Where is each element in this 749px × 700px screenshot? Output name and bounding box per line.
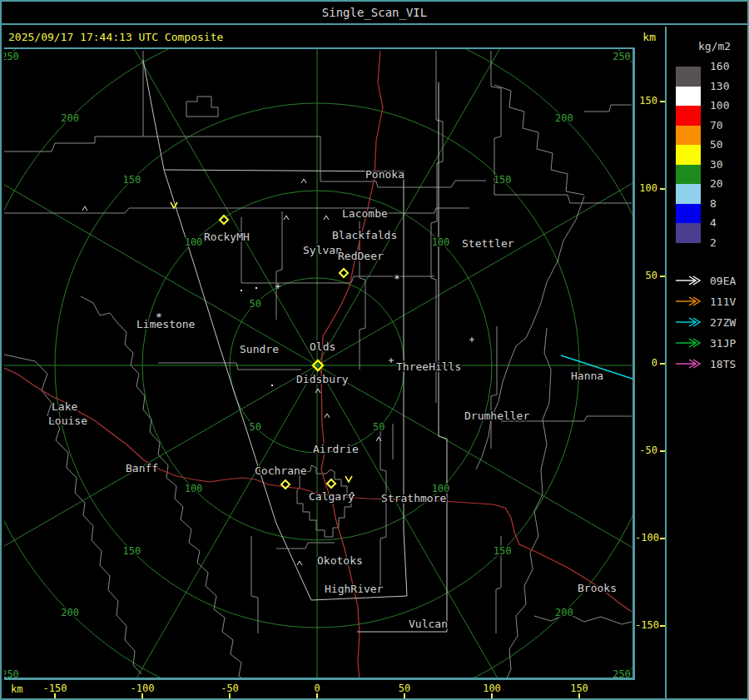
city-label: HighRiver	[325, 583, 384, 595]
bottom-axis-tick-label: 0	[297, 683, 337, 694]
right-axis-tick-label: 50	[635, 270, 657, 281]
city-label: Lake	[52, 400, 77, 413]
radar-app-window: Single_Scan_VIL 2025/09/17 17:44:13 UTC …	[0, 0, 749, 700]
city-label: Airdrie	[313, 443, 359, 455]
city-label: Calgary	[309, 490, 355, 503]
range-ring-label: 250	[4, 51, 19, 62]
range-ring-label: 150	[494, 545, 512, 557]
plus-marker	[389, 358, 394, 363]
right-axis-tick-label: 150	[635, 95, 657, 107]
range-ring-label: 250	[613, 51, 631, 62]
track-arrow-icon	[675, 317, 703, 327]
bottom-axis-tick-label: 50	[384, 683, 424, 694]
legend-color-swatch	[676, 223, 701, 243]
track-arrow-icon	[675, 276, 703, 285]
range-ring-label: 200	[61, 112, 79, 124]
range-ring-label: 50	[373, 421, 384, 433]
county-boundary-line	[360, 221, 365, 370]
site-diamond-marker	[340, 269, 348, 277]
radar-map-canvas[interactable]: 5010015020025010015020025050100150200250…	[4, 47, 635, 680]
city-label: Vulcan	[409, 618, 448, 630]
city-label: ThreeHills	[396, 360, 461, 373]
county-boundary-line	[251, 536, 258, 633]
right-axis-unit-label: km	[642, 31, 656, 43]
dot-marker	[241, 290, 242, 291]
right-axis-tick-label: 100	[635, 182, 657, 194]
town-caret-marker	[82, 206, 87, 211]
county-boundary-line	[186, 97, 218, 117]
bottom-axis-tick	[491, 693, 493, 699]
range-ring-label: 200	[61, 607, 79, 618]
bottom-axis-tick-label: -50	[210, 683, 250, 694]
scan-sector-boundary	[357, 82, 447, 632]
star-marker: *	[156, 310, 162, 323]
city-label: Lacombe	[342, 207, 388, 220]
range-ring-label: 250	[613, 668, 631, 678]
city-label: Cochrane	[255, 464, 307, 477]
right-axis-tick-label: 0	[635, 357, 657, 369]
bottom-distance-axis: km -150-100-50050100150	[4, 680, 635, 699]
legend-color-swatch	[676, 67, 701, 87]
header-bar: 2025/09/17 17:44:13 UTC Composite km	[2, 27, 664, 47]
track-id-label: 27ZW	[710, 316, 736, 329]
bottom-axis-tick	[229, 693, 231, 699]
county-boundary-line	[584, 105, 632, 112]
city-label: Hanna	[571, 370, 603, 382]
legend-scale-value: 70	[710, 120, 723, 132]
county-boundary-line	[506, 328, 551, 678]
city-label: RedDeer	[338, 250, 384, 262]
bottom-axis-tick-label: -100	[122, 683, 162, 694]
window-title: Single_Scan_VIL	[322, 6, 427, 19]
bottom-axis-tick	[141, 693, 143, 699]
site-diamond-marker	[327, 479, 335, 488]
legend-scale-value: 50	[710, 139, 723, 151]
star-marker: *	[394, 272, 400, 285]
aircraft-check-marker	[345, 476, 352, 482]
city-label: Brooks	[578, 582, 617, 594]
town-caret-marker	[301, 179, 306, 183]
city-label: Okotoks	[317, 554, 363, 567]
track-id-label: 31JP	[710, 337, 736, 350]
town-caret-marker	[315, 389, 320, 393]
city-label: Ponoka	[365, 168, 404, 181]
title-bar: Single_Scan_VIL	[2, 2, 747, 25]
right-axis-tick-label: -100	[635, 532, 657, 544]
county-boundary-line	[534, 613, 632, 624]
legend-scale-value: 160	[710, 61, 729, 72]
range-ring-label: 50	[250, 421, 261, 433]
city-label: Stettler	[462, 237, 514, 250]
bottom-axis-tick	[578, 693, 580, 699]
track-arrow-icon	[675, 296, 703, 306]
legend-color-swatch	[676, 126, 701, 146]
city-label: Didsbury	[296, 373, 349, 385]
city-label: Sundre	[240, 343, 279, 355]
county-boundary-line	[431, 51, 443, 403]
city-label: Drumheller	[464, 410, 529, 422]
legend-unit-label: kg/m2	[698, 40, 731, 52]
town-caret-marker	[324, 216, 329, 220]
county-boundary-line	[4, 137, 320, 151]
range-ring-label: 150	[122, 174, 141, 186]
right-distance-axis: 150100500-50-100-150	[635, 47, 665, 680]
track-id-label: 111V	[710, 295, 736, 308]
city-label: Sylvan	[303, 244, 342, 256]
track-id-label: 09EA	[710, 275, 736, 287]
plus-marker	[469, 337, 474, 342]
county-boundary-line	[491, 51, 632, 203]
city-label: Blackfalds	[332, 229, 397, 241]
legend-panel: kg/m2 1601301007050302084209EA111V27ZW31…	[665, 27, 749, 700]
legend-scale-value: 8	[710, 198, 717, 210]
county-boundary-line	[241, 276, 434, 283]
dot-marker	[271, 385, 273, 386]
right-axis-tick-label: -150	[635, 619, 657, 631]
town-caret-marker	[297, 561, 302, 565]
right-axis-tick-label: -50	[635, 444, 657, 456]
town-caret-marker	[284, 216, 289, 220]
range-ring-label: 100	[432, 236, 450, 248]
legend-scale-value: 4	[710, 217, 717, 229]
dot-marker	[255, 287, 257, 289]
legend-scale-value: 20	[710, 178, 723, 190]
scan-timestamp: 2025/09/17 17:44:13 UTC Composite	[8, 31, 223, 43]
bottom-axis-tick-label: 100	[472, 683, 512, 694]
legend-scale-value: 130	[710, 81, 729, 92]
